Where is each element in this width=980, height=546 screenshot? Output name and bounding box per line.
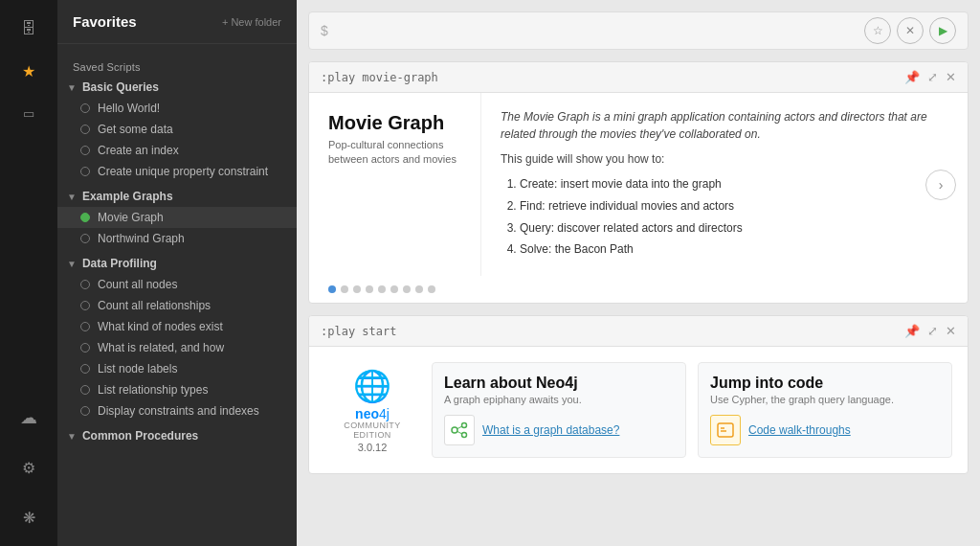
favorite-icon[interactable]: ☆ <box>864 17 891 44</box>
command-prompt: $ <box>321 23 328 38</box>
item-circle <box>80 280 90 289</box>
plugin-icon[interactable]: ❋ <box>11 500 46 535</box>
list-item[interactable]: Display constraints and indexes <box>57 400 297 421</box>
movie-card-body: Movie Graph Pop-cultural connections bet… <box>309 93 968 276</box>
common-procedures-header[interactable]: ▼ Common Procedures <box>57 425 297 446</box>
card-pagination-dots <box>309 276 968 303</box>
list-item[interactable]: What kind of nodes exist <box>57 316 297 337</box>
dot-3[interactable] <box>353 285 361 293</box>
play-card-header-icons: 📌 ⤢ ✕ <box>904 324 956 338</box>
dot-7[interactable] <box>403 285 411 293</box>
list-item[interactable]: Hello World! <box>57 98 297 119</box>
movie-guide-intro: This guide will show you how to: <box>501 152 948 166</box>
item-circle-active <box>80 213 90 222</box>
item-label: List node labels <box>98 362 283 375</box>
data-profiling-header[interactable]: ▼ Data Profiling <box>57 253 297 274</box>
item-label: Movie Graph <box>98 211 272 224</box>
learn-subtitle: A graph epiphany awaits you. <box>444 394 674 405</box>
stop-icon[interactable]: ✕ <box>897 17 924 44</box>
list-item[interactable]: Count all nodes <box>57 274 297 295</box>
jump-title: Jump into code <box>710 375 940 392</box>
movie-card-right: The Movie Graph is a mini graph applicat… <box>481 93 968 276</box>
item-label: Create unique property constraint <box>98 165 283 178</box>
list-item[interactable]: Create an index <box>57 140 297 161</box>
new-folder-button[interactable]: + New folder <box>222 16 281 28</box>
next-arrow-button[interactable]: › <box>925 170 956 200</box>
item-circle <box>80 125 90 134</box>
dot-2[interactable] <box>341 285 348 293</box>
item-label: Hello World! <box>98 102 283 115</box>
movie-description: The Movie Graph is a mini graph applicat… <box>501 108 948 143</box>
sidebar-header: Favorites + New folder <box>57 0 297 44</box>
step-1: Create: insert movie data into the graph <box>520 173 948 195</box>
dot-8[interactable] <box>415 285 423 293</box>
chevron-down-icon: ▼ <box>67 431 77 442</box>
pin-icon[interactable]: 📌 <box>904 70 920 84</box>
item-label: Count all nodes <box>98 278 283 291</box>
movie-card-left: Movie Graph Pop-cultural connections bet… <box>309 93 481 276</box>
item-label: Count all relationships <box>98 299 283 312</box>
list-item[interactable]: Count all relationships <box>57 295 297 316</box>
sidebar-content: Saved Scripts ▼ Basic Queries Hello Worl… <box>57 44 297 546</box>
chevron-down-icon: ▼ <box>67 82 77 93</box>
cloud-icon[interactable]: ☁ <box>11 400 46 435</box>
movie-graph-card: :play movie-graph 📌 ⤢ ✕ Movie Graph Pop-… <box>308 61 969 304</box>
item-label: What is related, and how <box>98 341 283 354</box>
learn-link[interactable]: What is a graph database? <box>482 423 619 437</box>
list-item[interactable]: Create unique property constraint <box>57 161 297 182</box>
chevron-down-icon: ▼ <box>67 192 77 202</box>
step-2: Find: retrieve individual movies and act… <box>520 195 948 217</box>
star-icon[interactable]: ★ <box>11 54 46 88</box>
item-label: What kind of nodes exist <box>98 320 283 333</box>
dot-9[interactable] <box>428 285 435 293</box>
dot-4[interactable] <box>366 285 373 293</box>
run-icon[interactable]: ▶ <box>929 17 956 44</box>
close-icon[interactable]: ✕ <box>946 70 956 84</box>
play-card-body: 🌐 neo4j COMMUNITYEDITION 3.0.12 Learn ab… <box>309 347 968 473</box>
close-icon[interactable]: ✕ <box>946 324 956 338</box>
code-walkthrough-icon <box>710 415 741 445</box>
jump-section: Jump into code Use Cypher, the graph que… <box>698 362 952 458</box>
list-item[interactable]: List node labels <box>57 358 297 379</box>
svg-line-3 <box>457 426 462 429</box>
item-circle <box>80 364 90 374</box>
item-circle <box>80 103 90 113</box>
command-icons: ☆ ✕ ▶ <box>864 17 956 44</box>
graph-database-icon <box>444 415 475 445</box>
command-input[interactable] <box>336 24 864 38</box>
data-profiling-label: Data Profiling <box>82 257 157 270</box>
item-label: Northwind Graph <box>98 232 283 245</box>
neo4j-version-label: 3.0.12 <box>358 442 388 453</box>
example-graphs-header[interactable]: ▼ Example Graphs <box>57 186 297 207</box>
item-circle <box>80 301 90 310</box>
tree-group-example-graphs: ▼ Example Graphs Movie Graph 🗑 Northwind… <box>57 186 297 249</box>
settings-icon[interactable]: ⚙ <box>11 450 46 485</box>
pin-icon[interactable]: 📌 <box>904 324 920 338</box>
list-item[interactable]: Movie Graph 🗑 <box>57 207 297 228</box>
item-circle <box>80 343 90 353</box>
database-icon[interactable]: 🗄 <box>11 11 46 46</box>
list-item[interactable]: Get some data <box>57 119 297 140</box>
basic-queries-label: Basic Queries <box>82 80 159 94</box>
dot-1[interactable] <box>328 285 336 293</box>
expand-icon[interactable]: ⤢ <box>927 70 938 84</box>
item-label: List relationship types <box>98 383 283 397</box>
svg-point-2 <box>462 433 467 438</box>
step-4: Solve: the Bacon Path <box>520 239 948 261</box>
tree-group-basic-queries: ▼ Basic Queries Hello World! Get some da… <box>57 77 297 182</box>
expand-icon[interactable]: ⤢ <box>927 324 938 338</box>
play-card-header: :play start 📌 ⤢ ✕ <box>309 316 968 347</box>
dot-5[interactable] <box>378 285 386 293</box>
item-circle <box>80 385 90 395</box>
learn-title: Learn about Neo4j <box>444 375 674 392</box>
svg-point-1 <box>462 423 467 428</box>
document-icon[interactable]: ▭ <box>11 96 46 130</box>
movie-card-header: :play movie-graph 📌 ⤢ ✕ <box>309 62 968 93</box>
list-item[interactable]: What is related, and how <box>57 337 297 358</box>
dot-6[interactable] <box>390 285 398 293</box>
list-item[interactable]: List relationship types <box>57 379 297 400</box>
list-item[interactable]: Northwind Graph <box>57 228 297 249</box>
basic-queries-header[interactable]: ▼ Basic Queries <box>57 77 297 98</box>
jump-link[interactable]: Code walk-throughs <box>748 423 851 437</box>
neo4j-globe-icon: 🌐 <box>353 368 391 404</box>
